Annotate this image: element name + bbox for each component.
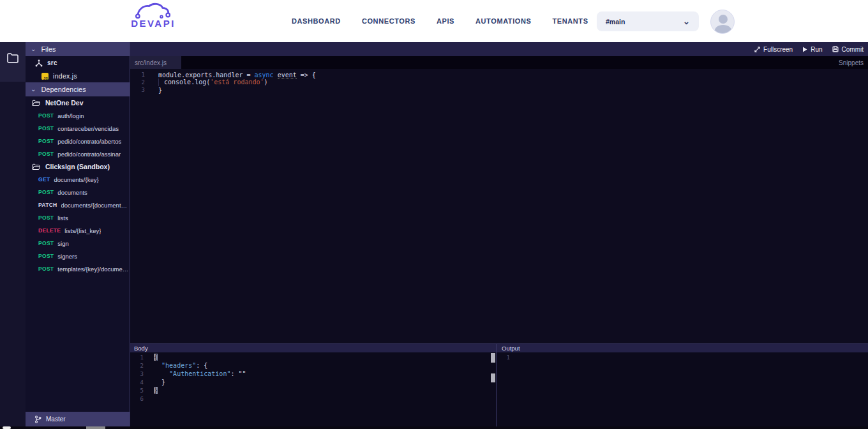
person-icon	[711, 10, 735, 34]
nav-apis[interactable]: APIS	[437, 17, 454, 25]
endpoint-path: pedido/contrato/assinar	[57, 151, 121, 158]
body-code-text: {	[148, 354, 158, 361]
save-icon	[832, 46, 839, 52]
tree-folder-label: src	[47, 59, 57, 66]
body-panel-title: Body	[130, 344, 496, 352]
method-badge: POST	[38, 125, 54, 132]
run-button[interactable]: Run	[802, 46, 822, 53]
scrollbar-thumb[interactable]	[86, 426, 105, 429]
play-icon	[802, 47, 807, 52]
endpoint-item[interactable]: POST sign	[26, 237, 130, 250]
dependency-group-clicksign[interactable]: Clicksign (Sandbox)	[26, 160, 130, 173]
main-nav: DASHBOARD CONNECTORS APIS AUTOMATIONS TE…	[292, 0, 630, 42]
body-line: 4 }	[130, 378, 496, 386]
snippets-button[interactable]: Snippets	[839, 56, 864, 69]
nav-tenants[interactable]: TENANTS	[552, 17, 588, 25]
bottom-panel-headers: Body Output	[130, 343, 868, 352]
endpoint-path: documents/{key}	[54, 176, 98, 183]
line-number: 2	[130, 79, 151, 86]
fullscreen-icon	[754, 47, 760, 52]
line-number: 1	[497, 354, 514, 361]
editor-toolbar: Fullscreen Run Commit	[130, 42, 868, 56]
endpoint-item[interactable]: POST pedido/contrato/abertos	[26, 135, 130, 147]
branch-dropdown[interactable]: #main ⌄	[597, 11, 699, 31]
body-scrollbar-marker[interactable]	[491, 373, 495, 382]
tree-folder-src[interactable]: src	[26, 56, 130, 70]
git-branch-icon	[34, 416, 41, 423]
endpoint-item[interactable]: POST lists	[26, 211, 130, 224]
branch-name-label: Master	[46, 416, 66, 423]
method-badge: POST	[38, 151, 54, 157]
line-number: 1	[130, 72, 151, 78]
body-line: 3 "Authentication": ""	[130, 370, 496, 378]
endpoint-path: templates/{key}/documen...	[57, 266, 129, 273]
user-avatar[interactable]	[710, 10, 735, 34]
tab-src-indexjs[interactable]: src/index.js	[130, 56, 181, 69]
js-file-icon: JS	[41, 73, 49, 80]
method-badge: DELETE	[38, 227, 61, 234]
app-root: DEVAPI DASHBOARD CONNECTORS APIS AUTOMAT…	[0, 0, 868, 429]
body-code-text: "headers": {	[148, 362, 207, 369]
fullscreen-label: Fullscreen	[763, 46, 793, 53]
endpoint-path: lists	[57, 214, 68, 222]
output-panel-title: Output	[496, 344, 520, 352]
endpoint-item[interactable]: DELETE lists/{list_key}	[26, 224, 130, 237]
dependency-group-netone[interactable]: NetOne Dev	[26, 96, 130, 109]
brand-logo[interactable]: DEVAPI	[128, 3, 179, 29]
endpoint-path: documents	[57, 189, 87, 196]
cloud-logo-icon	[131, 3, 175, 19]
endpoint-path: auth/login	[57, 112, 84, 119]
commit-label: Commit	[842, 46, 864, 53]
code-editor[interactable]: 1 module.exports.handler = async event =…	[130, 69, 868, 343]
scrollbar-thumb-left[interactable]	[3, 426, 11, 429]
files-folder-icon[interactable]	[6, 52, 19, 64]
files-section-label: Files	[41, 45, 56, 53]
commit-button[interactable]: Commit	[832, 46, 864, 53]
branch-status-bar[interactable]: Master	[26, 412, 130, 426]
endpoint-item[interactable]: POST documents	[26, 186, 130, 199]
panel-divider[interactable]	[496, 343, 497, 426]
code-text: }	[151, 87, 162, 94]
output-line: 1	[497, 353, 868, 361]
method-badge: POST	[38, 266, 54, 272]
tree-file-indexjs[interactable]: JS index.js	[26, 70, 130, 82]
bottom-panels: 1 { 2 "headers": { 3 "Authentication": "…	[130, 352, 868, 426]
endpoint-item[interactable]: POST auth/login	[26, 109, 130, 122]
body-code-text: }	[148, 387, 158, 394]
endpoint-item[interactable]: GET documents/{key}	[26, 173, 130, 186]
line-number: 2	[130, 363, 148, 369]
folder-open-icon	[32, 163, 40, 170]
endpoint-item[interactable]: POST pedido/contrato/assinar	[26, 147, 130, 160]
body-line: 1 {	[130, 353, 496, 361]
dependencies-section-header[interactable]: ⌄ Dependencies	[26, 82, 130, 96]
line-number: 4	[130, 379, 148, 386]
body-line: 6	[130, 395, 496, 403]
tab-bar: src/index.js Snippets	[130, 56, 868, 69]
line-number: 1	[130, 354, 148, 361]
endpoint-item[interactable]: POST templates/{key}/documen...	[26, 262, 130, 275]
nav-automations[interactable]: AUTOMATIONS	[475, 17, 531, 25]
body-scrollbar-thumb[interactable]	[491, 353, 495, 363]
body-code-text: }	[148, 379, 165, 386]
method-badge: POST	[38, 214, 54, 221]
files-section-header[interactable]: ⌄ Files	[26, 42, 130, 56]
nav-dashboard[interactable]: DASHBOARD	[292, 17, 341, 25]
code-line: 1 module.exports.handler = async event =…	[130, 71, 868, 79]
nav-connectors[interactable]: CONNECTORS	[362, 17, 415, 25]
body-editor[interactable]: 1 { 2 "headers": { 3 "Authentication": "…	[130, 352, 496, 426]
endpoint-item[interactable]: PATCH documents/{document_i...	[26, 199, 130, 211]
group-label: NetOne Dev	[45, 99, 84, 107]
branch-dropdown-value: #main	[606, 18, 625, 26]
endpoint-path: contareceber/vencidas	[57, 125, 119, 132]
endpoint-item[interactable]: POST contareceber/vencidas	[26, 122, 130, 135]
body-line: 2 "headers": {	[130, 361, 496, 370]
chevron-down-icon: ⌄	[31, 47, 36, 51]
endpoint-item[interactable]: POST signers	[26, 250, 130, 262]
line-number: 3	[130, 87, 151, 93]
method-badge: GET	[38, 176, 50, 183]
fullscreen-button[interactable]: Fullscreen	[754, 46, 793, 53]
main-area: Fullscreen Run Commit	[130, 42, 868, 426]
top-header: DEVAPI DASHBOARD CONNECTORS APIS AUTOMAT…	[0, 0, 868, 42]
tree-file-label: index.js	[53, 72, 77, 80]
method-badge: POST	[38, 138, 54, 144]
